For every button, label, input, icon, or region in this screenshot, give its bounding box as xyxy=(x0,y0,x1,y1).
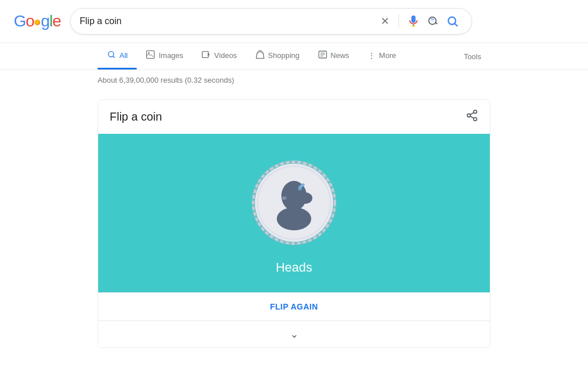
lens-icon[interactable] xyxy=(423,15,443,28)
microphone-icon[interactable] xyxy=(404,15,423,28)
logo-e: e xyxy=(52,12,61,30)
share-icon[interactable] xyxy=(466,109,478,125)
tools-button[interactable]: Tools xyxy=(455,45,490,68)
chevron-down-icon: ⌄ xyxy=(290,328,299,341)
clear-icon[interactable]: ✕ xyxy=(376,15,394,28)
logo-g: g xyxy=(41,12,49,30)
logo-dot xyxy=(34,20,40,25)
tab-videos[interactable]: Videos xyxy=(192,43,246,69)
main-content: Flip a coin xyxy=(0,90,588,357)
videos-tab-icon xyxy=(202,50,211,61)
svg-point-27 xyxy=(277,207,311,230)
results-info: About 6,39,00,000 results (0.32 seconds) xyxy=(0,70,588,90)
coin-area: Heads xyxy=(98,134,490,292)
tab-images-label: Images xyxy=(158,51,183,60)
all-tab-icon xyxy=(107,50,116,61)
svg-line-19 xyxy=(470,113,474,115)
svg-line-4 xyxy=(455,24,457,26)
tab-shopping[interactable]: Shopping xyxy=(246,43,309,69)
logo-G: G xyxy=(14,12,26,30)
google-logo[interactable]: Gogle xyxy=(14,12,61,30)
svg-point-17 xyxy=(474,118,477,121)
svg-point-16 xyxy=(467,114,471,117)
shopping-tab-icon xyxy=(256,50,265,61)
search-bar: ✕ xyxy=(70,8,472,34)
coin-flip-card: Flip a coin xyxy=(98,99,490,348)
search-divider xyxy=(399,14,399,28)
logo-o1: o xyxy=(26,12,34,30)
news-tab-icon xyxy=(318,50,327,61)
search-input[interactable] xyxy=(80,16,376,26)
svg-point-30 xyxy=(282,196,287,200)
coin-card-title: Flip a coin xyxy=(110,110,162,123)
coin-illustration[interactable] xyxy=(248,157,340,249)
tab-videos-label: Videos xyxy=(214,51,237,60)
flip-again-button[interactable]: FLIP AGAIN xyxy=(98,292,490,320)
coin-result-text: Heads xyxy=(276,260,312,275)
search-button[interactable] xyxy=(443,15,462,28)
svg-line-18 xyxy=(470,116,474,118)
tab-all-label: All xyxy=(119,51,127,60)
tab-more[interactable]: ⋮ More xyxy=(358,44,405,69)
results-count: About 6,39,00,000 results (0.32 seconds) xyxy=(98,76,234,84)
tab-news[interactable]: News xyxy=(309,43,359,69)
header: Gogle ✕ xyxy=(0,0,588,43)
tab-all[interactable]: All xyxy=(98,43,137,69)
svg-line-6 xyxy=(113,56,115,58)
tab-shopping-label: Shopping xyxy=(268,51,300,60)
images-tab-icon xyxy=(146,50,155,61)
more-tab-icon: ⋮ xyxy=(368,51,376,60)
tab-news-label: News xyxy=(331,51,350,60)
flip-again-label: FLIP AGAIN xyxy=(270,302,318,311)
expand-section[interactable]: ⌄ xyxy=(98,320,490,347)
tab-more-label: More xyxy=(379,51,396,60)
coin-card-header: Flip a coin xyxy=(98,100,490,134)
svg-point-29 xyxy=(299,192,312,204)
svg-point-15 xyxy=(474,110,477,114)
nav-tabs: All Images Videos Shopping xyxy=(0,43,588,70)
svg-rect-9 xyxy=(202,52,208,58)
tab-images[interactable]: Images xyxy=(137,43,192,69)
